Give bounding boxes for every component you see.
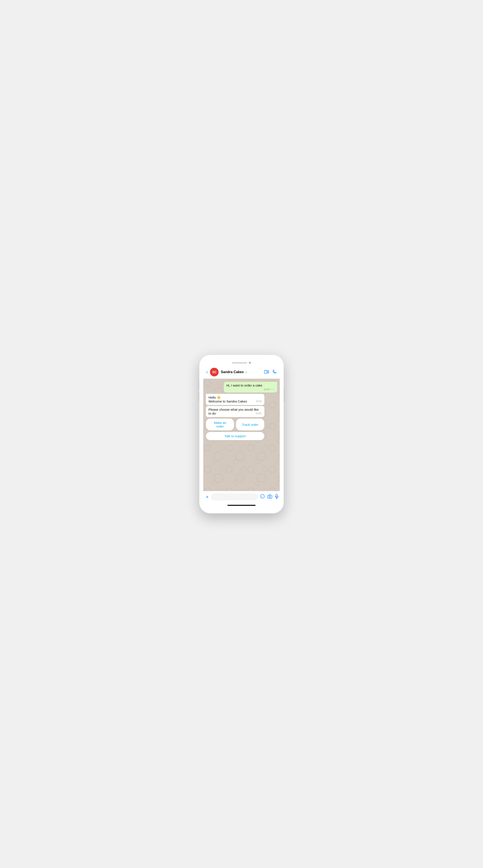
- svg-rect-6: [276, 494, 277, 497]
- notch-bar: [232, 362, 247, 364]
- svg-rect-0: [264, 370, 267, 373]
- contact-name: Sandra Cakes: [221, 370, 244, 374]
- input-actions: [260, 494, 279, 500]
- header-actions: [264, 369, 277, 375]
- back-button[interactable]: ‹: [206, 370, 208, 374]
- verified-icon: ✓: [245, 370, 248, 374]
- home-indicator-bar: [227, 505, 256, 506]
- phone-screen: ‹ SC Sandra Cakes ✓: [203, 359, 280, 509]
- message-ticks: ✓✓: [270, 388, 275, 391]
- sticker-icon[interactable]: [260, 494, 265, 500]
- incoming-choose-bubble: Please choose what you would like to do:…: [206, 406, 264, 417]
- incoming-greeting-time: 12:01: [256, 400, 262, 402]
- microphone-icon[interactable]: [275, 494, 279, 500]
- svg-point-3: [263, 496, 263, 496]
- outgoing-message-time: 12:01 ✓✓: [264, 388, 275, 391]
- camera-icon[interactable]: [267, 494, 272, 500]
- phone-frame: ‹ SC Sandra Cakes ✓: [199, 355, 284, 513]
- incoming-choose-time: 12:01: [256, 412, 262, 414]
- add-attachment-button[interactable]: +: [206, 494, 209, 500]
- track-order-button[interactable]: Track order: [236, 418, 264, 431]
- chat-header: ‹ SC Sandra Cakes ✓: [203, 366, 280, 379]
- input-bar: +: [203, 491, 280, 503]
- front-camera: [249, 362, 251, 364]
- power-button: [284, 387, 285, 402]
- incoming-greeting-bubble: Hello 👋Welcome to Sandra Cakes 12:01: [206, 394, 264, 405]
- contact-avatar: SC: [210, 368, 219, 376]
- quick-replies-row: Make an order Track order: [206, 418, 264, 431]
- svg-point-1: [260, 494, 264, 498]
- volume-down-button: [198, 393, 199, 401]
- message-input[interactable]: [211, 493, 258, 500]
- outgoing-message-text: Hi, I want to order a cake: [226, 383, 262, 387]
- volume-up-button: [198, 381, 199, 389]
- home-indicator-area: [203, 503, 280, 509]
- outgoing-message: Hi, I want to order a cake 12:01 ✓✓: [224, 382, 277, 393]
- incoming-greeting-text: Hello 👋Welcome to Sandra Cakes: [208, 396, 247, 403]
- video-call-icon[interactable]: [264, 370, 269, 375]
- svg-rect-4: [267, 495, 272, 499]
- phone-top-bar: [203, 359, 280, 366]
- svg-point-2: [262, 496, 262, 496]
- incoming-choose-text: Please choose what you would like to do:: [208, 408, 259, 415]
- talk-to-support-button[interactable]: Talk to support: [206, 432, 264, 440]
- svg-point-5: [269, 496, 271, 497]
- incoming-message-group: Hello 👋Welcome to Sandra Cakes 12:01 Ple…: [206, 394, 264, 440]
- phone-call-icon[interactable]: [273, 369, 277, 375]
- chat-area: Hi, I want to order a cake 12:01 ✓✓ Hell…: [203, 379, 280, 491]
- make-order-button[interactable]: Make an order: [206, 418, 234, 431]
- contact-info: Sandra Cakes ✓: [221, 370, 262, 374]
